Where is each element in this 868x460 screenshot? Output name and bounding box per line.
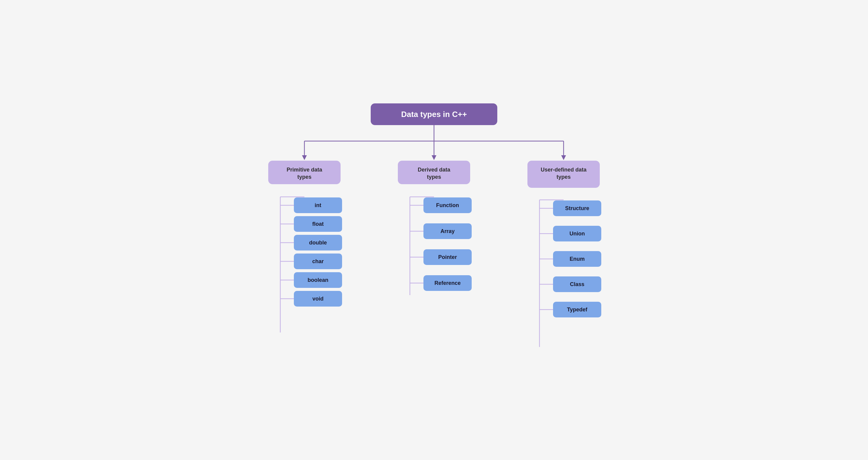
union-label: Union [569,231,585,237]
primitive-label-line2: types [297,174,311,180]
primitive-label-line1: Primitive data [287,167,322,173]
diagram-svg: Data types in C++ Primitive data types i… [253,94,615,366]
structure-label: Structure [565,205,589,211]
array-label: Array [440,228,455,234]
center-arrow [432,155,436,160]
typedef-label: Typedef [567,307,588,313]
function-label: Function [436,202,459,208]
left-arrow [302,155,307,160]
int-label: int [315,202,321,208]
reference-label: Reference [434,280,461,286]
userdefined-label-line2: types [556,174,570,180]
right-arrow [561,155,566,160]
root-label: Data types in C++ [401,110,467,119]
diagram-container: Data types in C++ Primitive data types i… [253,94,615,366]
class-label: Class [570,281,584,287]
enum-label: Enum [569,256,585,262]
pointer-label: Pointer [438,254,457,260]
char-label: char [312,258,324,264]
void-label: void [312,296,323,302]
derived-label-line2: types [427,174,441,180]
userdefined-label-line1: User-defined data [541,167,587,173]
derived-label-line1: Derived data [418,167,451,173]
boolean-label: boolean [307,277,328,283]
float-label: float [312,221,324,227]
double-label: double [309,240,327,246]
